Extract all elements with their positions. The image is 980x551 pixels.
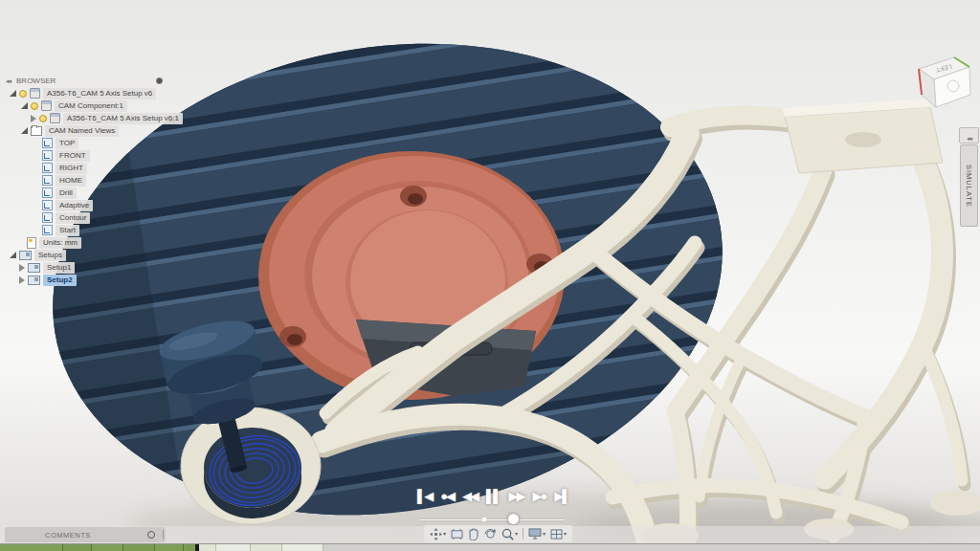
collapsed-icon[interactable] — [19, 264, 25, 272]
pan-hand-icon[interactable] — [468, 528, 479, 540]
comments-bar[interactable]: COMMENTS — [5, 527, 166, 542]
tree-row-view-start[interactable]: Start — [0, 224, 191, 236]
view-cube[interactable]: LEFT — [905, 40, 980, 119]
pause-icon[interactable]: ▌▌ — [486, 489, 500, 503]
tree-row-setups[interactable]: Setups — [0, 249, 191, 261]
divider — [163, 530, 164, 540]
machined-boss — [181, 408, 321, 524]
timeline-segment[interactable] — [123, 544, 155, 551]
browser-header[interactable]: BROWSER — [0, 75, 168, 87]
comments-record-icon[interactable] — [147, 531, 155, 539]
units-doc-icon — [27, 237, 36, 249]
divider — [523, 528, 523, 540]
simulate-dialog-title: SIMULATE — [965, 165, 973, 208]
tree-row-setup1[interactable]: Setup1 — [0, 261, 191, 274]
component-icon — [30, 88, 40, 99]
expand-panel-button[interactable] — [959, 127, 979, 143]
fusion360-window: Autodesk Fusion 360 ▾ ▾ ▾ — [0, 0, 980, 551]
folder-icon — [31, 126, 42, 136]
visibility-bulb-icon[interactable] — [19, 90, 27, 98]
named-view-icon — [42, 163, 53, 173]
scrubber-marker — [482, 518, 486, 521]
simulate-dialog-collapsed[interactable]: SIMULATE — [960, 144, 978, 227]
cam-timeline — [0, 543, 980, 551]
named-view-icon — [42, 225, 53, 235]
collapsed-icon[interactable] — [31, 115, 36, 122]
timeline-remainder — [323, 544, 980, 551]
scrubber-track[interactable] — [419, 519, 565, 520]
orbit-icon[interactable] — [484, 528, 497, 540]
expand-icon[interactable] — [21, 127, 28, 134]
navigation-bar: ▾ ▾ ▾ ▾ — [424, 525, 572, 542]
collapse-browser-icon[interactable] — [6, 77, 11, 85]
tree-row-view-front[interactable]: FRONT — [0, 149, 191, 162]
expand-icon[interactable] — [10, 252, 16, 258]
browser-panel: BROWSER A356-T6_CAM 5 Axis Setup v6 CAM … — [0, 75, 191, 286]
named-view-icon — [42, 175, 53, 186]
named-view-icon — [42, 212, 53, 223]
simulation-playback-controls: ▌◀ ●◀ ◀◀ ▌▌ ▶▶ ▶● ▶▌ — [417, 489, 569, 503]
fit-view-icon[interactable] — [451, 529, 463, 540]
tree-row-named-views[interactable]: CAM Named Views — [0, 124, 191, 137]
browser-options-icon[interactable] — [156, 77, 163, 84]
tree-row-view-top[interactable]: TOP — [0, 137, 191, 149]
fast-forward-icon[interactable]: ▶▶ — [509, 489, 524, 503]
pan-cross-icon[interactable]: ▾ — [430, 528, 446, 540]
go-to-start-icon[interactable]: ▌◀ — [417, 489, 432, 503]
play-reverse-icon[interactable]: ●◀ — [440, 489, 454, 503]
zoom-icon[interactable]: ▾ — [501, 528, 518, 540]
rewind-icon[interactable]: ◀◀ — [462, 489, 478, 503]
component-icon — [50, 113, 60, 123]
play-icon[interactable]: ▶● — [533, 489, 546, 503]
visibility-bulb-icon[interactable] — [39, 115, 47, 122]
display-settings-icon[interactable]: ▾ — [528, 528, 546, 540]
timeline-segment[interactable] — [282, 544, 323, 551]
tree-row-view-contour[interactable]: Contour — [0, 211, 191, 224]
tree-row-view-right[interactable]: RIGHT — [0, 162, 191, 174]
comments-label: COMMENTS — [45, 531, 91, 540]
timeline-segment[interactable] — [216, 544, 251, 551]
timeline-segment[interactable] — [199, 544, 216, 551]
scrubber-handle[interactable] — [508, 514, 519, 524]
setups-icon — [19, 251, 32, 260]
named-view-icon — [42, 200, 53, 210]
tree-row-root[interactable]: A356-T6_CAM 5 Axis Setup v6 — [0, 87, 191, 99]
timeline-segment[interactable] — [92, 544, 123, 551]
setup-icon — [28, 276, 40, 285]
timeline-segment[interactable] — [63, 544, 92, 551]
timeline-segment[interactable] — [251, 544, 282, 551]
setup-icon — [28, 263, 40, 273]
tree-row-setup2[interactable]: Setup2 — [0, 274, 191, 286]
expand-icon[interactable] — [10, 90, 16, 97]
named-view-icon — [42, 187, 53, 198]
expand-icon[interactable] — [21, 102, 28, 109]
tree-row-subcomponent[interactable]: A356-T6_CAM 5 Axis Setup v6:1 — [0, 112, 191, 124]
tree-row-view-home[interactable]: HOME — [0, 174, 191, 187]
go-to-end-icon[interactable]: ▶▌ — [554, 489, 568, 503]
timeline-segment[interactable] — [0, 544, 63, 551]
component-icon — [41, 100, 52, 111]
tree-row-units[interactable]: Units: mm — [0, 236, 191, 249]
collapsed-icon[interactable] — [19, 276, 25, 284]
expand-arrows-icon — [967, 127, 971, 144]
visibility-bulb-icon[interactable] — [31, 102, 38, 110]
browser-title: BROWSER — [16, 77, 56, 85]
tree-row-view-adaptive[interactable]: Adaptive — [0, 199, 191, 211]
grid-layout-icon[interactable]: ▾ — [550, 529, 567, 540]
tree-row-view-drill[interactable]: Drill — [0, 187, 191, 199]
named-view-icon — [42, 150, 53, 161]
timeline-segment[interactable] — [184, 544, 195, 551]
named-view-icon — [42, 138, 53, 148]
timeline-segment[interactable] — [155, 544, 184, 551]
tree-row-component[interactable]: CAM Component:1 — [0, 99, 191, 112]
